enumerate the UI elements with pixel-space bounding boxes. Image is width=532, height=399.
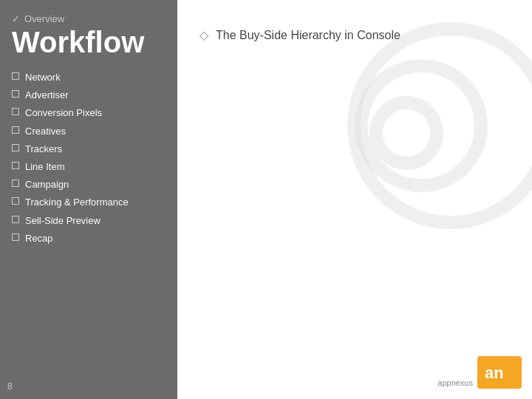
menu-item-sell-side-preview[interactable]: Sell-Side Preview [6,212,177,230]
menu-item-creatives[interactable]: Creatives [6,123,177,140]
page-number: 8 [7,381,13,392]
menu-item-trackers[interactable]: Trackers [6,140,177,158]
menu-item-label: Trackers [25,143,171,156]
bullet-icon [12,90,19,98]
check-icon: ✓ [12,13,20,24]
main-point-text: The Buy-Side Hierarchy in Console [216,29,400,42]
menu-item-campaign[interactable]: Campaign [6,176,177,194]
menu-item-label: Line Item [25,160,171,174]
menu-item-tracking-performance[interactable]: Tracking & Performance [6,194,177,211]
menu-item-label: Recap [25,232,171,245]
bullet-icon [12,144,19,151]
appnexus-logo: an [477,356,522,389]
bullet-icon [12,108,19,115]
menu-item-label: Creatives [25,125,171,138]
appnexus-logo-svg: an [482,359,517,386]
diamond-icon: ◇ [200,28,208,42]
menu-item-conversion-pixels[interactable]: Conversion Pixels [6,104,177,122]
overview-label: Overview [24,13,64,24]
menu-item-label: Network [25,71,171,84]
bullet-icon [12,197,19,205]
bullet-icon [12,72,19,80]
menu-list: NetworkAdvertiserConversion PixelsCreati… [0,69,177,399]
bullet-icon [12,180,19,187]
menu-item-line-item[interactable]: Line Item [6,158,177,176]
menu-item-label: Advertiser [25,89,171,102]
menu-item-label: Tracking & Performance [25,196,171,209]
menu-item-network[interactable]: Network [6,69,177,86]
bullet-icon [12,233,19,241]
main-point: ◇ The Buy-Side Hierarchy in Console [200,28,510,42]
menu-item-label: Campaign [25,178,171,191]
appnexus-text: appnexus [437,378,473,387]
overview-row: ✓ Overview [0,13,177,24]
menu-item-label: Conversion Pixels [25,106,171,120]
svg-text:an: an [485,364,504,382]
menu-item-recap[interactable]: Recap [6,230,177,248]
bullet-icon [12,216,19,223]
bullet-icon [12,126,19,134]
workflow-title: Workflow [0,26,177,58]
circle-decoration-small [369,96,443,170]
menu-item-advertiser[interactable]: Advertiser [6,86,177,104]
content-area: ◇ The Buy-Side Hierarchy in Console [177,0,532,57]
menu-item-label: Sell-Side Preview [25,214,171,228]
right-panel: ◇ The Buy-Side Hierarchy in Console an a… [177,0,532,399]
left-panel: ✓ Overview Workflow NetworkAdvertiserCon… [0,0,177,399]
bullet-icon [12,162,19,169]
